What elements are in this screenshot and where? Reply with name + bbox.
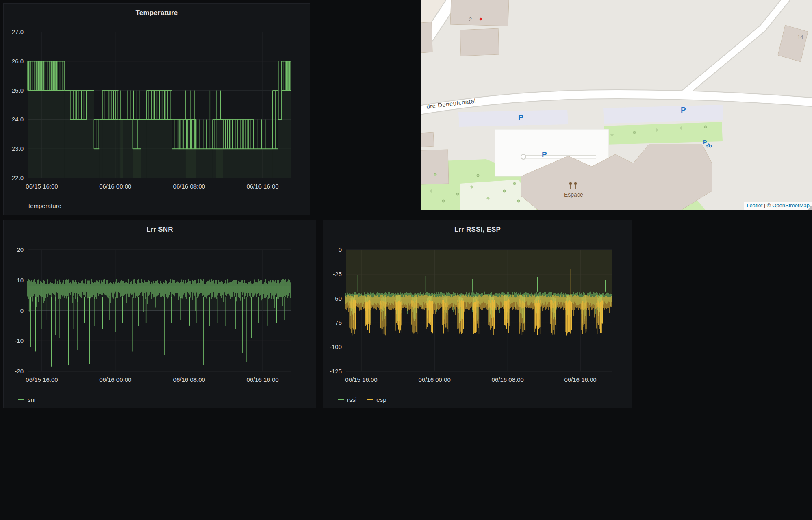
legend-label: esp (376, 396, 386, 403)
series-fill (99, 119, 102, 178)
series-fill (278, 119, 282, 178)
x-tick-label: 06/16 00:00 (99, 376, 131, 383)
series-fill (254, 149, 272, 178)
legend-label: temperature (28, 202, 61, 209)
building (450, 0, 509, 26)
snr-chart[interactable]: 20100-10-2006/15 16:0006/16 00:0006/16 0… (4, 220, 316, 408)
legend-snr: snr (18, 396, 36, 403)
legend-item-snr[interactable]: snr (18, 396, 36, 403)
series-fill (65, 91, 70, 178)
building (421, 150, 449, 184)
x-tick-label: 06/15 16:00 (26, 376, 58, 383)
y-tick-label: 23.0 (12, 145, 24, 152)
building (460, 28, 499, 56)
footpath-node (521, 154, 526, 159)
panel-rssi: Lrr RSSI, ESP 0-25-50-75-100-12506/15 16… (323, 220, 632, 408)
house-number-label: 2 (469, 16, 472, 22)
y-tick-label: -75 (333, 319, 342, 326)
series-fill (87, 91, 94, 178)
y-tick-label: 10 (17, 277, 24, 284)
x-tick-label: 06/15 16:00 (345, 376, 377, 383)
legend-item-esp[interactable]: esp (367, 396, 386, 403)
series-fill (282, 91, 291, 178)
leaflet-link[interactable]: Leaflet (747, 202, 762, 208)
x-tick-label: 06/16 08:00 (492, 376, 524, 383)
series-swatch-temperature (19, 206, 25, 206)
temperature-chart[interactable]: 27.026.025.024.023.022.006/15 16:0006/16… (4, 4, 310, 215)
rssi-chart[interactable]: 0-25-50-75-100-12506/15 16:0006/16 00:00… (323, 220, 632, 408)
series-fill (172, 149, 178, 178)
parking-icon: P (681, 106, 686, 114)
series-fill (70, 119, 87, 178)
x-tick-label: 06/16 08:00 (173, 183, 205, 190)
house-number-label-right: 14 (797, 34, 803, 40)
series-fill (120, 119, 123, 178)
y-tick-label: 0 (20, 307, 24, 314)
y-tick-label: 25.0 (12, 87, 24, 94)
legend-item-temperature[interactable]: temperature (19, 202, 61, 209)
svg-text:P: P (703, 139, 707, 145)
x-tick-label: 06/16 08:00 (173, 376, 205, 383)
series-fill (273, 149, 278, 178)
x-tick-label: 06/16 16:00 (246, 376, 278, 383)
series-fill (346, 250, 612, 295)
series-fill (28, 91, 65, 178)
x-tick-label: 06/16 00:00 (99, 183, 131, 190)
legend-label: snr (28, 396, 36, 403)
openstreetmap-link[interactable]: OpenStreetMap (772, 202, 810, 208)
y-tick-label: 26.0 (12, 58, 24, 65)
x-tick-label: 06/16 16:00 (564, 376, 596, 383)
grafana-dashboard: { "panels": { "temperature": {"title": "… (0, 0, 812, 520)
building (421, 22, 432, 53)
legend-item-rssi[interactable]: rssi (338, 396, 356, 403)
y-tick-label: 0 (339, 246, 342, 253)
parking-area-right (603, 105, 723, 124)
series-fills (346, 250, 612, 295)
legend-temperature: temperature (19, 202, 61, 209)
y-tick-label: -125 (330, 368, 342, 375)
y-tick-label: -25 (333, 271, 342, 277)
attribution-separator: | © (762, 202, 772, 208)
device-marker[interactable] (480, 18, 482, 20)
map-canvas[interactable]: dre Deneufchatel 2 14 P P P P Espace (421, 0, 812, 210)
parking-icon: P (542, 150, 547, 159)
building (421, 132, 434, 147)
series-fill (196, 149, 210, 178)
series-swatch-snr (18, 399, 24, 400)
legend-rssi: rssi esp (338, 396, 386, 403)
parking-area-left (458, 110, 568, 127)
series-fill (102, 119, 119, 178)
series-fill (133, 149, 141, 178)
series-fill (228, 149, 254, 178)
series-fill (210, 149, 212, 178)
resize-grip[interactable] (808, 206, 812, 210)
axis-labels: 20100-10-2006/15 16:0006/16 00:0006/16 0… (15, 246, 278, 383)
panel-map: dre Deneufchatel 2 14 P P P P Espace Lea… (421, 0, 812, 210)
y-tick-label: -20 (15, 368, 24, 375)
y-tick-label: -100 (330, 343, 342, 350)
panel-snr: Lrr SNR 20100-10-2006/15 16:0006/16 00:0… (3, 220, 316, 408)
series-swatch-rssi (338, 399, 344, 400)
x-tick-label: 06/15 16:00 (26, 183, 58, 190)
series-fill (94, 149, 99, 178)
map-attribution: Leaflet | © OpenStreetMap (744, 202, 812, 210)
parking-icon: P (518, 113, 523, 122)
legend-label: rssi (347, 396, 356, 403)
espace-label: Espace (564, 191, 583, 198)
panel-temperature: Temperature 27.026.025.024.023.022.006/1… (3, 3, 310, 215)
y-tick-label: 24.0 (12, 116, 24, 123)
x-tick-label: 06/16 16:00 (246, 183, 278, 190)
series-swatch-esp (367, 399, 373, 400)
y-tick-label: 27.0 (12, 28, 24, 35)
series-fill (147, 119, 172, 178)
y-tick-label: -10 (15, 337, 24, 344)
y-tick-label: 22.0 (12, 174, 24, 181)
y-tick-label: 20 (17, 246, 24, 253)
x-tick-label: 06/16 00:00 (418, 376, 450, 383)
y-tick-label: -50 (333, 295, 342, 302)
